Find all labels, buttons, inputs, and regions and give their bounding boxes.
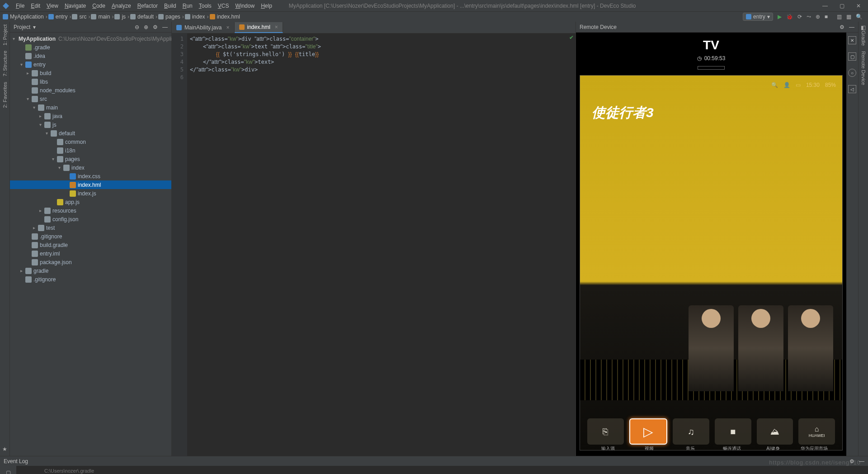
tree-item[interactable]: default	[10, 129, 171, 137]
tree-item[interactable]: entry.iml	[10, 249, 171, 258]
tree-item[interactable]: index.js	[10, 189, 171, 198]
menu-help[interactable]: Help	[258, 3, 275, 9]
breadcrumb-item[interactable]: entry	[48, 14, 68, 20]
menu-window[interactable]: Window	[232, 3, 258, 9]
breadcrumb-item[interactable]: MyApplication	[3, 14, 44, 20]
gradle-tool-tab[interactable]: Gradle	[861, 31, 866, 46]
tree-item[interactable]: app.js	[10, 198, 171, 206]
filter-icon[interactable]: ▢	[6, 469, 11, 474]
tv-app-tile[interactable]: ♫	[673, 418, 709, 445]
right-strip-icon[interactable]: ◧	[861, 24, 866, 31]
tree-item[interactable]: gradle	[10, 266, 171, 275]
tv-app-tile[interactable]: ▷	[629, 418, 668, 445]
code-editor[interactable]: <"attr">class="kw">div "attr">class="con…	[187, 33, 576, 456]
tree-item[interactable]: test	[10, 223, 171, 232]
structure-tool-tab[interactable]: 7: Structure	[2, 51, 8, 76]
menu-view[interactable]: View	[43, 3, 61, 9]
tree-item[interactable]: main	[10, 103, 171, 112]
tv-cards-icon[interactable]: ▭	[796, 82, 801, 88]
tree-item[interactable]: java	[10, 112, 171, 120]
close-tab-icon[interactable]: ×	[275, 24, 278, 30]
profile-button[interactable]: ⤳	[807, 14, 811, 20]
tree-item[interactable]: build.gradle	[10, 241, 171, 249]
tree-item[interactable]: build	[10, 69, 171, 77]
menu-file[interactable]: File	[13, 3, 28, 9]
tree-item[interactable]: .gradle	[10, 43, 171, 52]
tree-root[interactable]: MyApplication C:\Users\Nozer\DevEcoStudi…	[10, 34, 171, 43]
tree-item[interactable]: package.json	[10, 258, 171, 266]
project-structure-button[interactable]: ▥	[837, 14, 842, 20]
breadcrumb-item[interactable]: main	[91, 14, 110, 20]
tree-item[interactable]: node_modules	[10, 86, 171, 95]
run-config-selector[interactable]: entry ▾	[743, 13, 773, 21]
menu-tools[interactable]: Tools	[196, 3, 215, 9]
menu-run[interactable]: Run	[179, 3, 196, 9]
debug-button[interactable]: 🐞	[786, 14, 793, 20]
tv-app-tile[interactable]: ⎘	[587, 418, 624, 445]
breadcrumb-item[interactable]: js	[114, 14, 126, 20]
tv-app-tile[interactable]: ⛰	[757, 418, 793, 445]
tree-item[interactable]: i18n	[10, 146, 171, 155]
menu-refactor[interactable]: Refactor	[134, 3, 161, 9]
breadcrumb-item[interactable]: default	[130, 14, 154, 20]
breadcrumb-item[interactable]: src	[72, 14, 86, 20]
menu-edit[interactable]: Edit	[28, 3, 43, 9]
menu-bar: FileEditViewNavigateCodeAnalyzeRefactorB…	[13, 3, 275, 9]
menu-navigate[interactable]: Navigate	[61, 3, 89, 9]
tree-item[interactable]: common	[10, 137, 171, 146]
tv-search-icon[interactable]: 🔍	[771, 82, 778, 88]
close-button[interactable]: ✕	[856, 3, 861, 9]
menu-vcs[interactable]: VCS	[215, 3, 232, 9]
tree-item[interactable]: .idea	[10, 52, 171, 60]
breadcrumb-item[interactable]: index	[185, 14, 205, 20]
close-tab-icon[interactable]: ×	[226, 24, 229, 31]
chevron-down-icon[interactable]: ▾	[33, 24, 36, 30]
tree-item[interactable]: index	[10, 163, 171, 172]
tv-user-icon[interactable]: 👤	[783, 82, 790, 88]
device-home-button[interactable]: ○	[848, 69, 856, 77]
tree-item[interactable]: index.hml	[10, 180, 171, 189]
device-recent-button[interactable]: ▢	[848, 52, 856, 61]
tv-app-tile[interactable]: ■	[715, 418, 751, 445]
device-close-button[interactable]: ✕	[848, 36, 856, 44]
tree-item[interactable]: .gitignore	[10, 275, 171, 284]
tree-item[interactable]: index.css	[10, 172, 171, 180]
tree-item[interactable]: resources	[10, 206, 171, 215]
menu-analyze[interactable]: Analyze	[108, 3, 134, 9]
sdk-manager-button[interactable]: ▦	[846, 14, 851, 20]
coverage-button[interactable]: ⟳	[797, 14, 802, 20]
preview-settings-button[interactable]: ⚙	[840, 24, 844, 30]
maximize-button[interactable]: ▢	[840, 3, 844, 9]
breadcrumb-item[interactable]: pages	[158, 14, 180, 20]
run-button[interactable]: ▶	[778, 14, 782, 20]
panel-settings-button[interactable]: ⚙	[153, 24, 158, 30]
editor-tab[interactable]: MainAbility.java×	[172, 22, 235, 33]
menu-code[interactable]: Code	[89, 3, 108, 9]
device-back-button[interactable]: ◁	[848, 85, 856, 93]
tree-item[interactable]: .gitignore	[10, 232, 171, 241]
attach-button[interactable]: ⊕	[816, 14, 820, 20]
tree-item[interactable]: entry	[10, 60, 171, 69]
remote-device-tool-tab[interactable]: Remote Device	[861, 51, 866, 85]
collapse-all-button[interactable]: ⊖	[135, 24, 139, 30]
preview-hide-button[interactable]: —	[849, 24, 854, 30]
stop-button[interactable]: ■	[825, 14, 828, 20]
menu-build[interactable]: Build	[161, 3, 179, 9]
tree-item[interactable]: config.json	[10, 215, 171, 223]
tree-item[interactable]: src	[10, 95, 171, 103]
tv-app-tile[interactable]: ⌂HUAWEI	[798, 418, 835, 445]
project-tool-tab[interactable]: 1: Project	[2, 24, 8, 45]
eventlog-title[interactable]: Event Log	[4, 458, 28, 465]
tree-item[interactable]: js	[10, 120, 171, 129]
tv-screen[interactable]: 🔍 👤 ▭ 15:30 85% 使徒行者3 ⎘▷♫■⛰⌂HUAWEI	[580, 75, 843, 450]
editor-tab[interactable]: index.hml×	[235, 22, 283, 33]
hide-panel-button[interactable]: —	[162, 24, 168, 30]
tree-item[interactable]: libs	[10, 77, 171, 86]
search-button[interactable]: 🔍	[856, 14, 863, 20]
minimize-button[interactable]: —	[822, 3, 828, 9]
breadcrumb-item[interactable]: index.hml	[210, 14, 240, 20]
favorites-tool-tab[interactable]: 2: Favorites	[2, 82, 8, 108]
project-tree[interactable]: MyApplication C:\Users\Nozer\DevEcoStudi…	[10, 33, 171, 456]
expand-all-button[interactable]: ⊕	[144, 24, 148, 30]
tree-item[interactable]: pages	[10, 155, 171, 163]
